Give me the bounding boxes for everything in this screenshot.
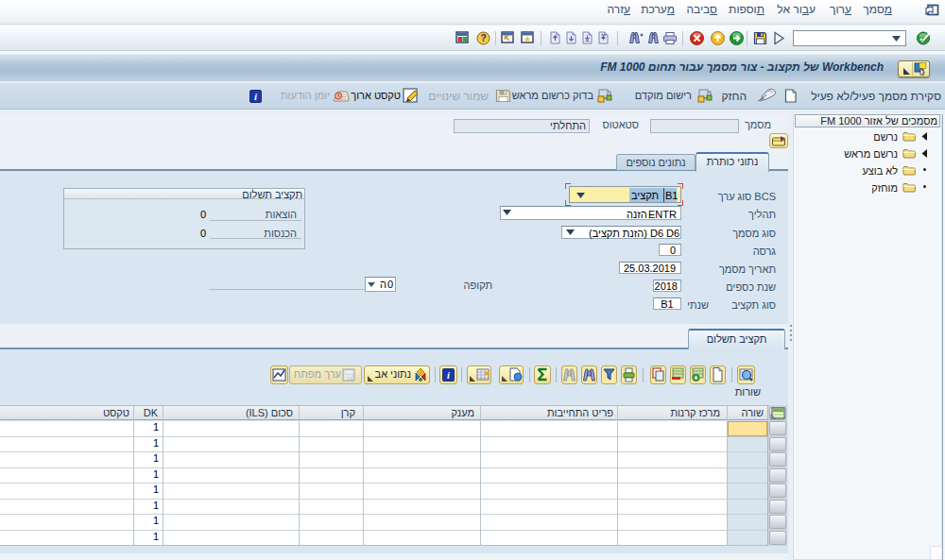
svg-text:i: i (447, 370, 450, 381)
svg-text:?: ? (480, 33, 486, 43)
